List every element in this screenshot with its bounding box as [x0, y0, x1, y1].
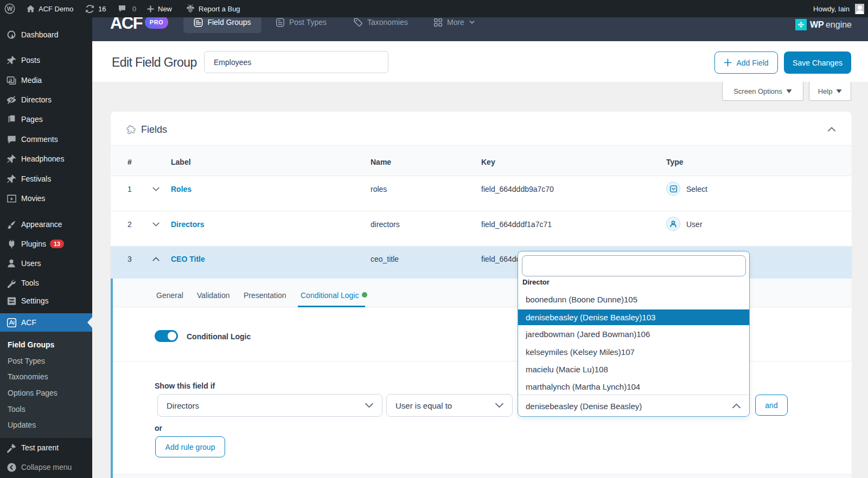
- svg-text:W: W: [7, 5, 13, 12]
